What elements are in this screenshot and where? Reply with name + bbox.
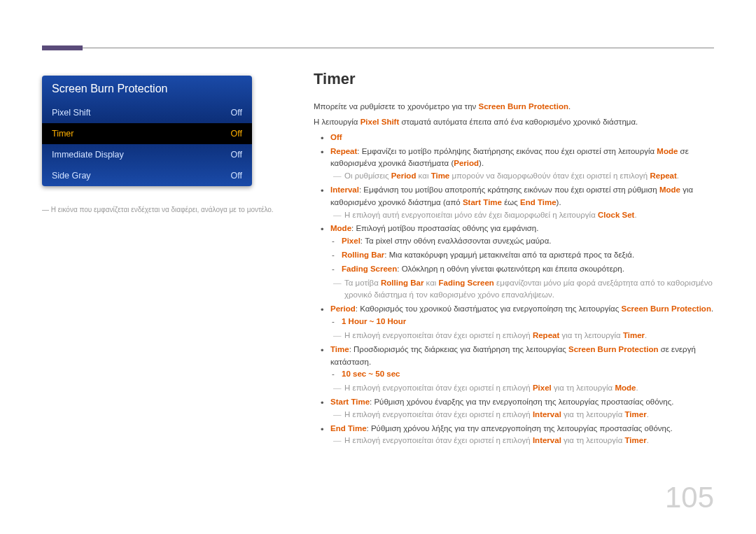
intro-line-2: Η λειτουργία Pixel Shift σταματά αυτόματ… bbox=[314, 116, 714, 129]
bullet-interval: Interval: Εμφάνιση του μοτίβου αποτροπής… bbox=[330, 184, 714, 221]
menu-item-label: Timer bbox=[52, 129, 74, 139]
sub-fading-screen: Fading Screen: Ολόκληρη η οθόνη γίνεται … bbox=[342, 263, 714, 276]
note-time: Η επιλογή ενεργοποιείται όταν έχει οριστ… bbox=[330, 382, 714, 395]
sub-pixel: Pixel: Τα pixel στην οθόνη εναλλάσσονται… bbox=[342, 235, 714, 248]
osd-menu-title: Screen Burn Protection bbox=[42, 76, 252, 102]
bullet-end-time: End Time: Ρύθμιση χρόνου λήξης για την α… bbox=[330, 423, 714, 448]
osd-menu: Screen Burn Protection Pixel Shift Off T… bbox=[42, 76, 252, 186]
menu-caption: ― Η εικόνα που εμφανίζεται ενδέχεται να … bbox=[42, 206, 294, 213]
menu-item-timer[interactable]: Timer Off bbox=[42, 123, 252, 144]
menu-item-pixel-shift[interactable]: Pixel Shift Off bbox=[42, 102, 252, 123]
bullet-time: Time: Προσδιορισμός της διάρκειας για δι… bbox=[330, 344, 714, 395]
menu-item-label: Immediate Display bbox=[52, 150, 124, 160]
content-column: Timer Μπορείτε να ρυθμίσετε το χρονόμετρ… bbox=[314, 67, 714, 449]
menu-item-label: Pixel Shift bbox=[52, 108, 91, 118]
header-rule bbox=[42, 48, 714, 48]
menu-item-value: Off bbox=[231, 108, 242, 118]
sub-time-range: 10 sec ~ 50 sec bbox=[342, 368, 714, 381]
section-heading: Timer bbox=[314, 67, 714, 91]
note-interval: Η επιλογή αυτή ενεργοποιείται μόνο εάν έ… bbox=[330, 209, 714, 222]
note-repeat: Οι ρυθμίσεις Period και Time μπορούν να … bbox=[330, 170, 714, 183]
note-period: Η επιλογή ενεργοποιείται όταν έχει οριστ… bbox=[330, 330, 714, 342]
menu-item-immediate-display[interactable]: Immediate Display Off bbox=[42, 144, 252, 165]
bullet-mode: Mode: Επιλογή μοτίβου προστασίας οθόνης … bbox=[330, 223, 714, 302]
menu-item-side-gray[interactable]: Side Gray Off bbox=[42, 165, 252, 186]
note-mode: Τα μοτίβα Rolling Bar και Fading Screen … bbox=[330, 277, 714, 302]
menu-item-value: Off bbox=[231, 150, 242, 160]
menu-item-value: Off bbox=[231, 171, 242, 181]
sub-period-range: 1 Hour ~ 10 Hour bbox=[342, 316, 714, 328]
bullet-repeat: Repeat: Εμφανίζει το μοτίβο πρόληψης δια… bbox=[330, 146, 714, 183]
note-start-time: Η επιλογή ενεργοποιείται όταν έχει οριστ… bbox=[330, 409, 714, 421]
bullet-start-time: Start Time: Ρύθμιση χρόνου έναρξης για τ… bbox=[330, 396, 714, 421]
intro-line-1: Μπορείτε να ρυθμίσετε το χρονόμετρο για … bbox=[314, 101, 714, 113]
menu-item-value: Off bbox=[231, 129, 242, 139]
note-end-time: Η επιλογή ενεργοποιείται όταν έχει οριστ… bbox=[330, 435, 714, 447]
sub-rolling-bar: Rolling Bar: Μια κατακόρυφη γραμμή μετακ… bbox=[342, 249, 714, 262]
page-number: 105 bbox=[665, 481, 714, 514]
bullet-off: Off bbox=[330, 132, 714, 144]
bullet-period: Period: Καθορισμός του χρονικού διαστήμα… bbox=[330, 303, 714, 342]
menu-item-label: Side Gray bbox=[52, 171, 91, 181]
